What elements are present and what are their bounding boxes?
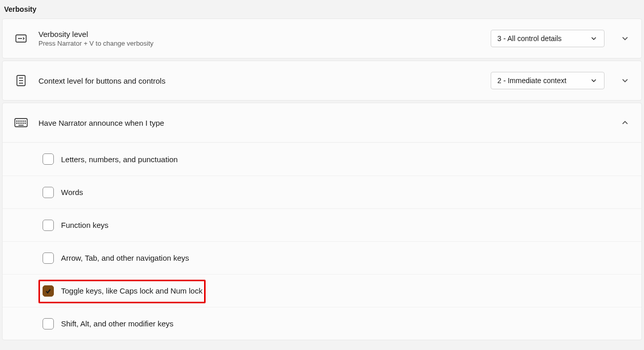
announce-typing-card: Have Narrator announce when I type Lette… xyxy=(2,103,642,340)
svg-point-13 xyxy=(18,123,19,123)
announce-option-checkbox[interactable] xyxy=(43,252,54,264)
announce-options-list: Letters, numbers, and punctuationWordsFu… xyxy=(3,142,641,340)
announce-option-label: Letters, numbers, and punctuation xyxy=(61,155,178,164)
chevron-down-icon xyxy=(589,75,599,86)
context-level-selected: 2 - Immediate context xyxy=(497,76,567,85)
announce-option-checkbox[interactable] xyxy=(43,220,54,231)
announce-option-row: Letters, numbers, and punctuation xyxy=(3,143,641,176)
svg-point-11 xyxy=(25,121,25,121)
context-level-card: Context level for buttons and controls 2… xyxy=(2,61,642,101)
announce-typing-title: Have Narrator announce when I type xyxy=(38,119,605,127)
svg-point-12 xyxy=(16,123,17,123)
announce-option-row: Function keys xyxy=(3,208,641,241)
verbosity-level-title: Verbosity level xyxy=(38,30,480,38)
verbosity-level-icon xyxy=(14,31,28,46)
announce-option-label: Function keys xyxy=(61,221,109,229)
context-level-expand[interactable] xyxy=(618,73,632,88)
announce-option-label: Words xyxy=(61,188,83,197)
announce-option-checkbox[interactable] xyxy=(43,153,54,165)
announce-typing-collapse[interactable] xyxy=(618,115,632,130)
svg-point-9 xyxy=(21,121,21,121)
context-level-title: Context level for buttons and controls xyxy=(38,76,480,85)
context-level-dropdown[interactable]: 2 - Immediate context xyxy=(491,72,605,89)
verbosity-level-expand[interactable] xyxy=(618,31,632,46)
context-level-icon xyxy=(14,73,28,88)
svg-point-8 xyxy=(18,121,19,121)
announce-option-checkbox[interactable] xyxy=(43,285,54,297)
svg-point-7 xyxy=(16,121,17,121)
announce-option-row: Toggle keys, like Caps lock and Num lock xyxy=(3,274,641,307)
svg-point-14 xyxy=(21,123,21,123)
announce-option-label: Arrow, Tab, and other navigation keys xyxy=(61,254,189,262)
section-heading: Verbosity xyxy=(2,0,642,18)
announce-option-checkbox[interactable] xyxy=(43,187,54,198)
announce-option-row: Words xyxy=(3,176,641,208)
svg-point-15 xyxy=(23,123,23,123)
verbosity-level-subtitle: Press Narrator + V to change verbosity xyxy=(38,40,480,47)
announce-option-row: Shift, Alt, and other modifier keys xyxy=(3,307,641,340)
verbosity-level-selected: 3 - All control details xyxy=(497,34,561,43)
keyboard-icon xyxy=(14,115,28,130)
svg-point-16 xyxy=(25,123,25,123)
announce-option-checkbox[interactable] xyxy=(43,318,54,329)
verbosity-level-card: Verbosity level Press Narrator + V to ch… xyxy=(2,18,642,59)
verbosity-level-dropdown[interactable]: 3 - All control details xyxy=(491,30,605,47)
announce-option-label: Toggle keys, like Caps lock and Num lock xyxy=(61,286,203,295)
chevron-down-icon xyxy=(589,33,599,44)
svg-point-10 xyxy=(23,121,23,121)
announce-option-row: Arrow, Tab, and other navigation keys xyxy=(3,241,641,274)
announce-option-label: Shift, Alt, and other modifier keys xyxy=(61,319,173,328)
